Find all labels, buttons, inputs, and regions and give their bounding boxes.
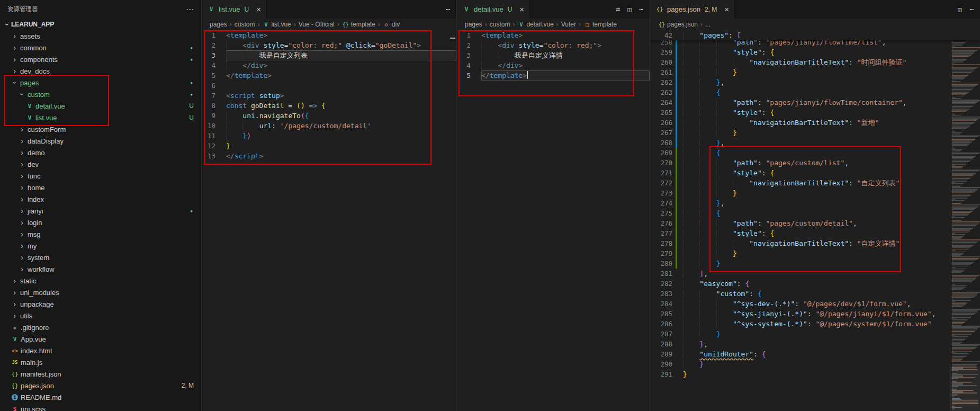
tree-folder-dev_docs[interactable]: ›dev_docs [0,65,201,77]
code-line-10[interactable]: 10 url: '/pages/custom/detail' [202,121,456,131]
more-actions-icon[interactable]: ⋯ [969,5,974,13]
more-actions-icon[interactable]: ⋯ [446,5,450,13]
tree-file-index.html[interactable]: <>index.html [0,345,201,356]
minimap-slider[interactable] [950,367,980,411]
breadcrumb-item-Vue - Official[interactable]: Vue - Official [299,21,335,28]
tree-folder-workflow[interactable]: ›workflow [0,263,201,275]
tree-folder-login[interactable]: ›login [0,217,201,228]
tree-file-.gitignore[interactable]: ◆.gitignore [0,321,201,333]
open-changes-icon[interactable]: ⇄ [616,5,621,13]
split-editor-icon[interactable]: ◫ [958,5,962,13]
tree-file-list.vue[interactable]: Vlist.vueU [0,112,201,123]
code-line-290[interactable]: 290 } [650,359,980,369]
breadcrumb-item-...[interactable]: ... [705,21,711,28]
code-line-279[interactable]: 279 } [650,248,980,258]
tree-folder-func[interactable]: ›func [0,170,201,182]
code-line-3[interactable]: 3 我是自定义详情 [457,50,650,60]
code-line-274[interactable]: 274 }, [650,198,980,208]
code-line-2[interactable]: 2 <div style="color: red;"> [457,40,650,50]
tree-file-uni.scss[interactable]: Suni.scss [0,403,201,411]
close-icon[interactable]: × [256,5,261,14]
code-line-270[interactable]: 270 "path": "pages/custom/list", [650,158,980,168]
tree-folder-dev[interactable]: ›dev [0,158,201,170]
tree-file-pages.json[interactable]: {}pages.json2, M [0,380,201,391]
tree-folder-uni_modules[interactable]: ›uni_modules [0,287,201,298]
code-line-285[interactable]: 285 "^sys-jianyi-(.*)": "@/pages/jianyi/… [650,309,980,319]
code-line-278[interactable]: 278 "navigationBarTitleText": "自定义详情" [650,238,980,248]
code-line-281[interactable]: 281 ], [650,269,980,279]
code-line-284[interactable]: 284 "^sys-dev-(.*)": "@/pages/dev/$1/for… [650,299,980,309]
code-line-12[interactable]: 12} [202,141,456,151]
code-line-287[interactable]: 287 } [650,329,980,339]
tree-folder-system[interactable]: ›system [0,252,201,263]
tree-folder-customForm[interactable]: ›customForm [0,123,201,135]
code-line-6[interactable]: 6 [202,81,456,91]
code-line-13[interactable]: 13</script> [202,151,456,161]
tree-folder-demo[interactable]: ›demo [0,147,201,158]
tree-folder-components[interactable]: ›components● [0,53,201,65]
code-line-272[interactable]: 272 "navigationBarTitleText": "自定义列表" [650,178,980,188]
tree-folder-jianyi[interactable]: ›jianyi● [0,205,201,217]
tree-folder-common[interactable]: ›common● [0,42,201,53]
code-line-262[interactable]: 262 }, [650,77,980,87]
close-icon[interactable]: × [519,5,524,14]
code-line-275[interactable]: 275 { [650,208,980,218]
code-line-7[interactable]: 7<script setup> [202,91,456,101]
tree-file-manifest.json[interactable]: {}manifest.json [0,368,201,380]
tab-detail-vue[interactable]: Vdetail.vueU× [457,0,530,19]
code-line-289[interactable]: 289 "uniIdRouter": { [650,349,980,359]
tab-pages-json[interactable]: {}pages.json2, M× [650,0,735,19]
code-line-273[interactable]: 273 } [650,188,980,198]
code-line-263[interactable]: 263 { [650,87,980,97]
code-line-269[interactable]: 269 { [650,148,980,158]
tab-list-vue[interactable]: Vlist.vueU× [202,0,267,19]
code-line-5[interactable]: 5</template> [202,70,456,81]
tree-file-main.js[interactable]: JSmain.js [0,356,201,368]
breadcrumb-item-list.vue[interactable]: Vlist.vue [262,21,291,28]
code-line-271[interactable]: 271 "style": { [650,168,980,178]
code-line-8[interactable]: 8const goDetail = () => { [202,101,456,111]
tree-folder-msg[interactable]: ›msg [0,228,201,240]
code-line-276[interactable]: 276 "path": "pages/custom/detail", [650,218,980,228]
code-line-261[interactable]: 261 } [650,67,980,77]
code-line-267[interactable]: 267 } [650,128,980,138]
code-line-264[interactable]: 264 "path": "pages/jianyi/flowTime/conta… [650,97,980,108]
breadcrumb-item-custom[interactable]: custom [490,21,510,28]
code-line-288[interactable]: 288 }, [650,339,980,349]
code-line-4[interactable]: 4 </div> [202,60,456,70]
breadcrumb-item-template[interactable]: {}template [342,21,375,28]
code-line-1[interactable]: 1<template> [202,30,456,40]
code-line-4[interactable]: 4 </div> [457,60,650,70]
tree-folder-pages[interactable]: ›pages● [0,77,201,88]
breadcrumb-item-detail.vue[interactable]: Vdetail.vue [517,21,553,28]
code-line-2[interactable]: 2 <div style="color: red;" @click="goDet… [202,40,456,50]
minimap[interactable] [950,30,980,411]
code-line-277[interactable]: 277 "style": { [650,228,980,238]
code-line-283[interactable]: 283 "custom": { [650,289,980,299]
breadcrumb-item-custom[interactable]: custom [235,21,255,28]
tree-folder-dataDisplay[interactable]: ›dataDisplay [0,135,201,147]
sticky-scroll-line[interactable]: 42 "pages": [ [650,30,980,40]
tree-folder-custom[interactable]: ›custom● [0,88,201,100]
tree-file-detail.vue[interactable]: Vdetail.vueU [0,100,201,112]
more-actions-icon[interactable]: ⋯ [639,5,643,13]
breadcrumb-item-template[interactable]: □template [583,21,617,28]
code-line-266[interactable]: 266 "navigationBarTitleText": "新增" [650,118,980,128]
more-actions-icon[interactable]: ⋯ [186,5,194,14]
tree-folder-my[interactable]: ›my [0,240,201,252]
tree-file-App.vue[interactable]: VApp.vue [0,333,201,345]
code-line-286[interactable]: 286 "^sys-system-(.*)": "@/pages/system/… [650,319,980,329]
close-icon[interactable]: × [724,5,729,14]
code-line-291[interactable]: 291} [650,369,980,379]
code-line-260[interactable]: 260 "navigationBarTitleText": "时间组件验证" [650,57,980,67]
split-editor-icon[interactable]: ◫ [627,5,632,13]
code-line-259[interactable]: 259 "style": { [650,47,980,57]
tree-folder-utils[interactable]: ›utils [0,310,201,321]
tree-folder-assets[interactable]: ›assets [0,30,201,42]
code-line-3[interactable]: 3 我是自定义列表 [202,50,456,60]
tree-folder-unpackage[interactable]: ›unpackage [0,298,201,310]
tree-folder-index[interactable]: ›index [0,193,201,205]
code-line-1[interactable]: 1<template> [457,30,650,40]
code-line-9[interactable]: 9 uni.navigateTo({ [202,111,456,121]
code-line-5[interactable]: 5</template> [457,70,650,81]
